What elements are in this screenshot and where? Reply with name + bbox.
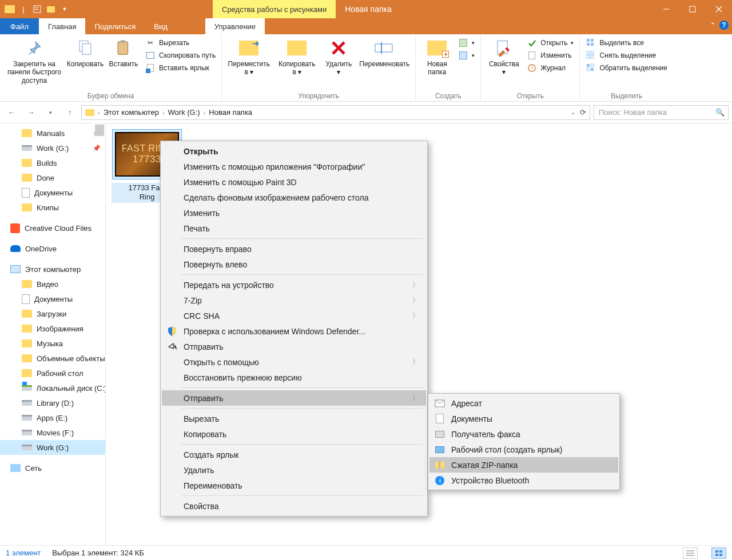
minimize-button[interactable] — [653, 0, 679, 18]
ctx-print[interactable]: Печать — [162, 221, 426, 236]
copy-path-button[interactable]: Скопировать путь — [145, 50, 216, 61]
easy-access-button[interactable]: ▾ — [458, 50, 475, 61]
close-button[interactable] — [706, 0, 732, 18]
tree-item-onedrive[interactable]: OneDrive — [0, 241, 105, 256]
tree-item-images[interactable]: Изображения — [0, 321, 105, 336]
properties-button[interactable]: Свойства ▾ — [487, 38, 521, 77]
pin-quickaccess-button[interactable]: Закрепить на панели быстрого доступа — [6, 38, 63, 85]
chevron-right-icon[interactable]: › — [98, 109, 100, 116]
ctx-copy[interactable]: Копировать — [162, 426, 426, 442]
search-icon[interactable]: 🔍 — [715, 108, 725, 117]
ctx-properties[interactable]: Свойства — [162, 498, 426, 514]
view-thumbnails-button[interactable] — [711, 547, 726, 559]
select-none-button[interactable]: Снять выделение — [586, 50, 667, 61]
qat-newfolder-icon[interactable] — [45, 3, 57, 15]
ctx-open[interactable]: Открыть — [162, 143, 426, 159]
sub-documents[interactable]: Документы — [429, 411, 618, 426]
tab-home[interactable]: Главная — [39, 18, 85, 34]
tree-item-workg[interactable]: Work (G:)📌 — [0, 141, 105, 155]
breadcrumb-thispc[interactable]: Этот компьютер — [104, 108, 159, 117]
tree-item-3dobjects[interactable]: Объемные объекты — [0, 351, 105, 366]
ctx-delete[interactable]: Удалить — [162, 462, 426, 478]
ctx-create-shortcut[interactable]: Создать ярлык — [162, 447, 426, 462]
history-button[interactable]: Журнал — [527, 63, 574, 73]
tree-item-downloads[interactable]: Загрузки — [0, 306, 105, 321]
ctx-restore-prev[interactable]: Восстановить прежнюю версию — [162, 370, 426, 385]
ctx-crcsha[interactable]: CRC SHA〉 — [162, 308, 426, 323]
ctx-cast-device[interactable]: Передать на устройство〉 — [162, 277, 426, 293]
collapse-ribbon-icon[interactable]: ⌃ — [710, 21, 716, 30]
tab-file[interactable]: Файл — [0, 18, 39, 34]
open-button[interactable]: Открыть ▾ — [527, 38, 574, 48]
tree-item-moviesf[interactable]: Movies (F:) — [0, 425, 105, 440]
tree-item-video[interactable]: Видео — [0, 277, 105, 291]
ctx-rename[interactable]: Переименовать — [162, 478, 426, 493]
sub-zip[interactable]: Сжатая ZIP-папка — [429, 457, 618, 473]
tree-item-clips[interactable]: Клипы — [0, 200, 105, 215]
tree-item-music[interactable]: Музыка — [0, 336, 105, 351]
tree-item-manuals[interactable]: Manuals📌 — [0, 126, 105, 141]
view-details-button[interactable] — [683, 547, 698, 559]
sub-mail[interactable]: Адресат — [429, 395, 618, 411]
qat-dropdown-icon[interactable]: ▼ — [58, 3, 71, 15]
ctx-cut[interactable]: Вырезать — [162, 411, 426, 426]
rename-button[interactable]: Переименовать — [359, 38, 409, 68]
maximize-button[interactable] — [679, 0, 706, 18]
tree-item-network[interactable]: Сеть — [0, 461, 105, 475]
tree-item-creativecloud[interactable]: Creative Cloud Files — [0, 221, 105, 235]
chevron-right-icon[interactable]: › — [162, 109, 165, 116]
breadcrumb-folder[interactable]: Новая папка — [209, 108, 252, 117]
copy-button[interactable]: Копировать — [69, 38, 102, 68]
ctx-7zip[interactable]: 7-Zip〉 — [162, 293, 426, 308]
paste-shortcut-button[interactable]: Вставить ярлык — [145, 63, 216, 73]
tree-item-libraryd[interactable]: Library (D:) — [0, 395, 105, 410]
sub-desktop-shortcut[interactable]: Рабочий стол (создать ярлык) — [429, 442, 618, 457]
ctx-edit-photos[interactable]: Изменить с помощью приложения "Фотографи… — [162, 159, 426, 174]
refresh-icon[interactable]: ⟳ — [580, 108, 586, 117]
tab-share[interactable]: Поделиться — [85, 18, 145, 34]
back-button[interactable]: ← — [3, 105, 19, 121]
ctx-send-to[interactable]: Отправить〉 — [162, 390, 426, 406]
tab-view[interactable]: Вид — [145, 18, 177, 34]
tree-item-appse[interactable]: Apps (E:) — [0, 410, 105, 425]
scrollbar-thumb[interactable] — [95, 125, 104, 136]
ctx-defender[interactable]: Проверка с использованием Windows Defend… — [162, 323, 426, 339]
tree-item-thispc[interactable]: Этот компьютер — [0, 262, 105, 277]
help-icon[interactable]: ? — [719, 21, 729, 30]
copy-to-button[interactable]: Копировать в ▾ — [276, 38, 318, 77]
edit-button[interactable]: Изменить — [527, 50, 574, 61]
tree-item-localdisk[interactable]: Локальный диск (C:) — [0, 381, 105, 395]
address-dropdown-icon[interactable]: ⌄ — [571, 109, 575, 115]
ctx-paint3d[interactable]: Изменить с помощью Paint 3D — [162, 174, 426, 190]
search-box[interactable]: 🔍 — [594, 105, 729, 120]
ctx-open-with[interactable]: Открыть с помощью〉 — [162, 354, 426, 370]
address-bar[interactable]: › Этот компьютер › Work (G:) › Новая пап… — [81, 105, 590, 120]
paste-button[interactable]: Вставить — [108, 38, 140, 68]
qat-properties-icon[interactable] — [31, 3, 43, 15]
delete-button[interactable]: Удалить ▾ — [324, 38, 353, 77]
tree-item-done[interactable]: Done — [0, 170, 105, 185]
ctx-rotate-left[interactable]: Повернуть влево — [162, 257, 426, 272]
invert-selection-button[interactable]: Обратить выделение — [586, 63, 667, 73]
tree-item-documents2[interactable]: Документы — [0, 291, 105, 306]
tree-item-desktop[interactable]: Рабочий стол — [0, 366, 105, 381]
search-input[interactable] — [598, 107, 715, 117]
new-item-button[interactable]: ▾ — [458, 38, 475, 48]
forward-button[interactable]: → — [23, 105, 39, 121]
up-button[interactable]: ↑ — [62, 105, 78, 121]
tree-item-builds[interactable]: Builds — [0, 155, 105, 170]
new-folder-button[interactable]: ✦Новая папка — [421, 38, 452, 77]
select-all-button[interactable]: Выделить все — [586, 38, 667, 48]
navigation-pane[interactable]: Manuals📌 Work (G:)📌 Builds Done Документ… — [0, 123, 106, 545]
ctx-rotate-right[interactable]: Повернуть вправо — [162, 241, 426, 257]
cut-button[interactable]: ✂Вырезать — [145, 38, 216, 48]
recent-dropdown-icon[interactable]: ▾ — [42, 105, 58, 121]
sub-fax[interactable]: Получатель факса — [429, 426, 618, 442]
ctx-set-wallpaper[interactable]: Сделать фоновым изображением рабочего ст… — [162, 190, 426, 205]
ctx-edit[interactable]: Изменить — [162, 205, 426, 221]
tree-item-workg2[interactable]: Work (G:) — [0, 440, 105, 455]
breadcrumb-drive[interactable]: Work (G:) — [168, 108, 200, 117]
tab-manage[interactable]: Управление — [205, 18, 265, 34]
tree-item-documents[interactable]: Документы — [0, 185, 105, 200]
move-to-button[interactable]: ➜Переместить в ▾ — [228, 38, 270, 77]
